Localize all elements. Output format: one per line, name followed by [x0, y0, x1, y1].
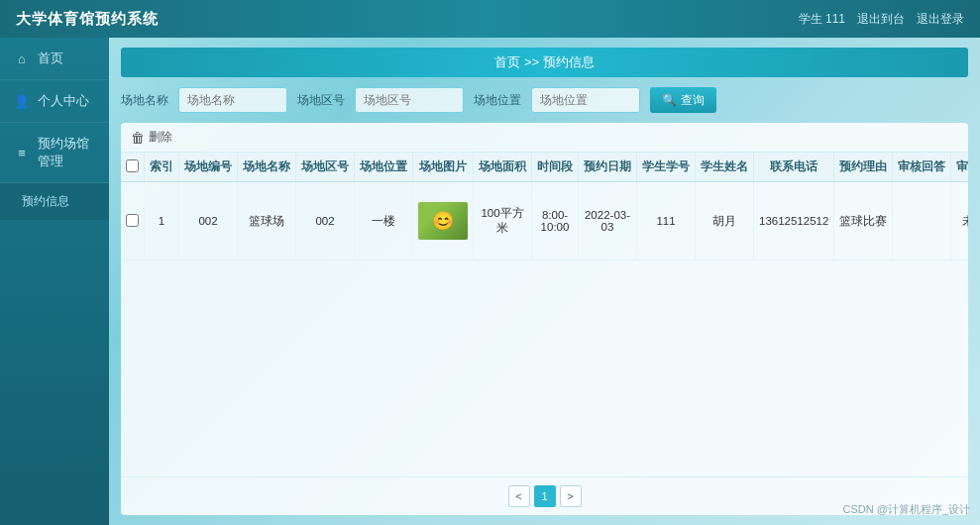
col-booking-date: 预约日期 [579, 153, 637, 182]
cell-review-status: 未通过 [951, 182, 968, 261]
next-page-button[interactable]: > [560, 485, 582, 507]
col-image: 场地图片 [413, 153, 474, 182]
col-location: 场地位置 [355, 153, 413, 182]
col-venue-name: 场地名称 [238, 153, 296, 182]
venue-area-input[interactable] [355, 87, 464, 113]
sidebar-item-personal-label: 个人中心 [38, 92, 89, 110]
person-icon: 👤 [14, 94, 30, 109]
trash-icon: 🗑 [131, 130, 145, 146]
page-1-button[interactable]: 1 [534, 485, 556, 507]
sidebar-item-reservation-mgmt[interactable]: ≡ 预约场馆管理 [0, 123, 109, 183]
cell-area-size: 100平方米 [474, 182, 532, 261]
search-bar: 场地名称 场地区号 场地位置 🔍 查询 [121, 87, 968, 113]
search-button-label: 查询 [681, 92, 705, 109]
sidebar: ⌂ 首页 👤 个人中心 ≡ 预约场馆管理 预约信息 [0, 38, 109, 525]
table-scroll: 索引 场地编号 场地名称 场地区号 场地位置 场地图片 场地面积 时间段 预约日… [121, 153, 968, 476]
table-area: 🗑 删除 索引 场地编号 场地名称 场地区号 场地位置 场地图片 [121, 123, 968, 515]
col-index: 索引 [145, 153, 179, 182]
sidebar-item-reservation-info[interactable]: 预约信息 [0, 183, 109, 220]
cell-booking-date: 2022-03-03 [579, 182, 637, 261]
app-title: 大学体育馆预约系统 [16, 10, 159, 29]
venue-area-label: 场地区号 [297, 92, 345, 109]
table-header-row: 索引 场地编号 场地名称 场地区号 场地位置 场地图片 场地面积 时间段 预约日… [121, 153, 968, 182]
breadcrumb: 首页 >> 预约信息 [121, 48, 968, 77]
sidebar-item-personal[interactable]: 👤 个人中心 [0, 80, 109, 123]
row-checkbox [121, 182, 145, 261]
search-icon: 🔍 [662, 93, 677, 107]
home-icon: ⌂ [14, 52, 30, 66]
col-area-size: 场地面积 [474, 153, 532, 182]
top-bar: 大学体育馆预约系统 学生 111 退出到台 退出登录 [0, 0, 980, 38]
top-bar-right: 学生 111 退出到台 退出登录 [799, 11, 964, 28]
table-row: 1 002 篮球场 002 一楼 😊 100平方米 8:00-10:00 202… [121, 182, 968, 261]
cell-image: 😊 [413, 182, 474, 261]
col-phone: 联系电话 [754, 153, 834, 182]
venue-location-input[interactable] [531, 87, 640, 113]
table-body: 1 002 篮球场 002 一楼 😊 100平方米 8:00-10:00 202… [121, 182, 968, 261]
cell-review-answer [893, 182, 951, 261]
sidebar-item-home[interactable]: ⌂ 首页 [0, 38, 109, 80]
cell-student-id: 111 [637, 182, 696, 261]
reservation-table: 索引 场地编号 场地名称 场地区号 场地位置 场地图片 场地面积 时间段 预约日… [121, 153, 968, 261]
sidebar-item-home-label: 首页 [38, 50, 63, 67]
main-content: 首页 >> 预约信息 场地名称 场地区号 场地位置 🔍 查询 🗑 删除 [109, 38, 980, 525]
venue-location-label: 场地位置 [474, 92, 521, 109]
cell-venue-name: 篮球场 [238, 182, 296, 261]
search-button[interactable]: 🔍 查询 [650, 87, 716, 113]
cell-student-name: 胡月 [696, 182, 754, 261]
layout: ⌂ 首页 👤 个人中心 ≡ 预约场馆管理 预约信息 首页 >> 预约信息 场地名… [0, 38, 980, 525]
col-student-id: 学生学号 [637, 153, 696, 182]
select-all-checkbox[interactable] [126, 159, 139, 172]
cell-location: 一楼 [355, 182, 413, 261]
delete-label: 删除 [149, 129, 172, 146]
cell-reason: 篮球比赛 [834, 182, 893, 261]
breadcrumb-text: 首页 >> 预约信息 [494, 54, 594, 69]
cell-time-slot: 8:00-10:00 [532, 182, 579, 261]
col-area-code: 场地区号 [296, 153, 355, 182]
cell-phone: 13612512512 [754, 182, 834, 261]
cell-venue-code: 002 [179, 182, 238, 261]
sidebar-item-reservation-info-label: 预约信息 [22, 194, 69, 208]
col-checkbox [121, 153, 145, 182]
col-venue-code: 场地编号 [179, 153, 238, 182]
student-label: 学生 111 [799, 11, 845, 28]
row-select-checkbox[interactable] [126, 214, 139, 227]
col-review-status: 审核状态 [951, 153, 968, 182]
batch-delete-button[interactable]: 🗑 删除 [131, 129, 172, 146]
cell-area-code: 002 [296, 182, 355, 261]
col-student-name: 学生姓名 [696, 153, 754, 182]
exit-dashboard-link[interactable]: 退出到台 [857, 11, 905, 28]
prev-page-button[interactable]: < [508, 485, 530, 507]
col-time-slot: 时间段 [532, 153, 579, 182]
col-review-answer: 审核回答 [893, 153, 951, 182]
col-reason: 预约理由 [834, 153, 893, 182]
table-toolbar: 🗑 删除 [121, 123, 968, 153]
venue-image: 😊 [418, 202, 468, 240]
logout-link[interactable]: 退出登录 [917, 11, 964, 28]
sidebar-item-reservation-mgmt-label: 预约场馆管理 [38, 135, 95, 170]
venue-name-input[interactable] [178, 87, 287, 113]
pagination: < 1 > [121, 476, 968, 515]
list-icon: ≡ [14, 146, 30, 160]
cell-index: 1 [145, 182, 179, 261]
venue-name-label: 场地名称 [121, 92, 168, 109]
